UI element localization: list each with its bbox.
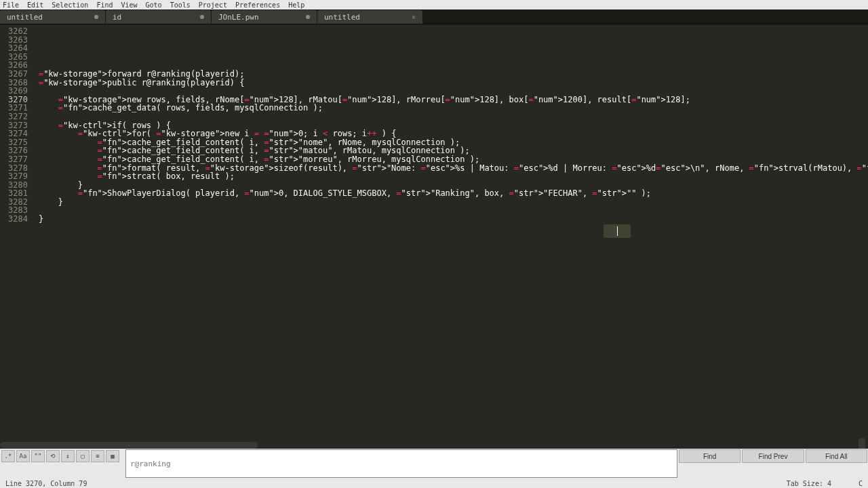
tabbar: untitled id JOnLE.pwn untitled ×	[0, 9, 868, 24]
whole-word-toggle[interactable]: ""	[31, 450, 45, 462]
context-toggle[interactable]: ≡	[91, 450, 104, 462]
menu-view[interactable]: View	[121, 1, 137, 9]
modified-dot-icon	[94, 15, 98, 19]
modified-dot-icon	[306, 15, 310, 19]
menu-preferences[interactable]: Preferences	[235, 1, 280, 9]
menu-edit[interactable]: Edit	[27, 1, 43, 9]
tab-label: untitled	[324, 13, 360, 22]
find-button[interactable]: Find	[679, 449, 741, 463]
line-number-gutter: 3262326332643265326632673268326932703271…	[0, 24, 33, 449]
find-all-button[interactable]: Find All	[806, 449, 867, 463]
tab-id[interactable]: id	[106, 10, 211, 24]
find-toggle-group: .* Aa "" ⟲ ↕ ▢ ≡ ▦	[0, 449, 125, 479]
close-icon[interactable]: ×	[412, 14, 416, 21]
find-prev-button[interactable]: Find Prev	[742, 449, 804, 463]
wrap-toggle[interactable]: ⟲	[46, 450, 60, 462]
menu-goto[interactable]: Goto	[146, 1, 162, 9]
horizontal-scrollbar[interactable]	[0, 442, 258, 449]
find-input[interactable]	[125, 449, 677, 478]
menu-tools[interactable]: Tools	[170, 1, 191, 9]
buffer-toggle[interactable]: ▦	[106, 450, 119, 462]
status-tabsize[interactable]: Tab Size: 4	[787, 480, 831, 487]
vertical-scrollbar[interactable]	[859, 438, 865, 449]
modified-dot-icon	[200, 15, 204, 19]
find-actions: Find Find Prev Find All	[678, 449, 868, 479]
tab-label: JOnLE.pwn	[218, 13, 259, 22]
in-selection-toggle[interactable]: ↕	[61, 450, 75, 462]
menu-selection[interactable]: Selection	[52, 1, 88, 9]
cursor-highlight	[604, 224, 631, 238]
tab-untitled-2[interactable]: untitled ×	[317, 10, 422, 24]
find-panel: .* Aa "" ⟲ ↕ ▢ ≡ ▦ Find Find Prev Find A…	[0, 449, 868, 479]
case-toggle[interactable]: Aa	[16, 450, 30, 462]
menu-file[interactable]: File	[3, 1, 19, 9]
statusbar: Line 3270, Column 79 Tab Size: 4 C	[0, 479, 868, 488]
status-position: Line 3270, Column 79	[5, 480, 87, 487]
code-content[interactable]: ="kw-storage">forward r@ranking(playerid…	[33, 24, 868, 449]
tab-label: untitled	[7, 13, 43, 22]
menu-project[interactable]: Project	[199, 1, 227, 9]
status-language[interactable]: C	[859, 480, 863, 487]
tab-jonle-pwn[interactable]: JOnLE.pwn	[212, 10, 317, 24]
highlight-toggle[interactable]: ▢	[76, 450, 90, 462]
regex-toggle[interactable]: .*	[1, 450, 15, 462]
menubar: File Edit Selection Find View Goto Tools…	[0, 0, 868, 9]
editor-area[interactable]: 3262326332643265326632673268326932703271…	[0, 24, 868, 449]
tab-label: id	[113, 13, 121, 22]
menu-find[interactable]: Find	[96, 1, 113, 9]
text-cursor-icon	[617, 226, 618, 236]
tab-untitled-1[interactable]: untitled	[0, 10, 105, 24]
menu-help[interactable]: Help	[288, 1, 304, 9]
